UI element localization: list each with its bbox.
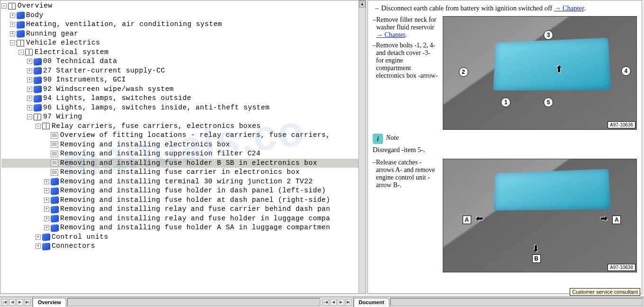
tree-item-label: Removing and installing fuse holder B SB… bbox=[60, 159, 317, 168]
tree-item[interactable]: +Removing and installing fuse holder in … bbox=[1, 186, 365, 196]
expand-icon[interactable]: + bbox=[36, 244, 41, 249]
expand-icon[interactable]: + bbox=[44, 207, 49, 212]
expand-icon[interactable]: + bbox=[10, 13, 15, 18]
expand-icon[interactable]: + bbox=[10, 31, 15, 36]
tree-item[interactable]: +Removing and installing relay and fuse … bbox=[1, 214, 365, 224]
arrow-left-icon: ⬅ bbox=[476, 213, 483, 224]
tree-item-label: Overview of fitting locations - relay ca… bbox=[60, 131, 331, 140]
tree-item[interactable]: +94 Lights, lamps, switches outside bbox=[1, 94, 365, 103]
technical-figure: A A B ⬅ ➡ ⬇ A97-10638 bbox=[443, 159, 637, 272]
tree-item[interactable]: Removing and installing fuse carrier in … bbox=[1, 168, 365, 177]
first-tab-icon[interactable]: |◀ bbox=[322, 299, 329, 306]
callout-3: 3 bbox=[544, 30, 553, 40]
prev-tab-icon[interactable]: ◀ bbox=[330, 299, 337, 306]
figure-caption: Release catches -arrows A- and remove en… bbox=[376, 159, 439, 189]
last-tab-icon[interactable]: ▶| bbox=[24, 299, 31, 306]
tree-item[interactable]: +00 Technical data bbox=[1, 57, 365, 66]
next-tab-icon[interactable]: ▶ bbox=[338, 299, 344, 306]
tab-overview[interactable]: Overview bbox=[33, 298, 66, 307]
tree-item[interactable]: +27 Starter-current supply-CC bbox=[1, 66, 365, 76]
tree-item[interactable]: +Heating, ventilation, air conditioning … bbox=[1, 20, 365, 29]
expand-icon[interactable]: + bbox=[27, 59, 32, 64]
callout-b: B bbox=[532, 254, 541, 263]
tree-item[interactable]: +Running gear bbox=[1, 29, 365, 39]
tree-item[interactable]: +96 Lights, lamps, switches inside, anti… bbox=[1, 103, 365, 113]
expand-icon[interactable]: + bbox=[27, 105, 32, 110]
tree-item[interactable]: Removing and installing electronics box bbox=[1, 140, 365, 150]
expand-icon[interactable]: + bbox=[36, 235, 41, 240]
tree-item[interactable]: +Removing and installing terminal 30 wir… bbox=[1, 177, 365, 187]
tree-item[interactable]: −Overview bbox=[1, 1, 365, 11]
expand-icon[interactable]: + bbox=[44, 198, 49, 203]
expand-icon[interactable]: + bbox=[27, 77, 32, 82]
expand-icon[interactable]: + bbox=[44, 216, 49, 221]
tree-item[interactable]: +Control units bbox=[1, 233, 365, 242]
horizontal-scrollbar-left[interactable] bbox=[67, 298, 320, 306]
tree-item[interactable]: −Electrical system bbox=[1, 48, 365, 57]
tree-item[interactable]: −Vehicle electrics bbox=[1, 38, 365, 48]
tree-item[interactable]: +Removing and installing relay and fuse … bbox=[1, 205, 365, 214]
tree-item[interactable]: +Removing and installing fuse holder at … bbox=[1, 196, 365, 205]
book-icon bbox=[34, 86, 41, 93]
tree-item-label: Vehicle electrics bbox=[26, 38, 100, 47]
scroll-up-icon[interactable]: ▲ bbox=[359, 0, 366, 8]
expand-icon[interactable]: + bbox=[27, 96, 32, 101]
collapse-icon[interactable]: − bbox=[18, 50, 24, 55]
book-icon bbox=[17, 30, 24, 37]
tree-item-label: 90 Instruments, GCI bbox=[43, 75, 126, 84]
tree-item-label: Removing and installing relay and fuse h… bbox=[60, 214, 331, 223]
book-icon bbox=[17, 21, 24, 28]
expand-icon[interactable]: + bbox=[10, 22, 15, 27]
tree-item-label: Removing and installing fuse holder in d… bbox=[60, 186, 326, 195]
tree-item[interactable]: −97 Wiring bbox=[1, 112, 365, 122]
tree-item-label: 92 Windscreen wipe/wash system bbox=[43, 85, 174, 94]
tree-item[interactable]: +Connectors bbox=[1, 242, 365, 251]
chapter-link[interactable]: → Chapter bbox=[554, 4, 584, 12]
collapse-icon[interactable]: − bbox=[27, 114, 32, 119]
tree-item[interactable]: Removing and installing fuse holder B SB… bbox=[1, 159, 365, 168]
footer-tab-bar: |◀ ◀ ▶ ▶| Overview |◀ ◀ ▶ ▶| Document bbox=[0, 297, 644, 307]
expand-icon[interactable]: + bbox=[44, 188, 49, 193]
tree-item-label: Connectors bbox=[52, 242, 95, 251]
book-icon bbox=[42, 243, 50, 250]
book-icon bbox=[51, 224, 58, 231]
book-open-icon bbox=[8, 3, 16, 9]
document-pane: – Disconnect earth cable from battery wi… bbox=[367, 0, 642, 294]
book-icon bbox=[51, 187, 58, 194]
collapse-icon[interactable]: − bbox=[36, 124, 41, 129]
first-tab-icon[interactable]: |◀ bbox=[1, 299, 8, 306]
list-dash: – bbox=[373, 159, 376, 189]
tab-document[interactable]: Document bbox=[354, 298, 390, 307]
callout-4: 4 bbox=[621, 66, 631, 76]
vertical-scrollbar[interactable]: ▲ bbox=[358, 0, 366, 293]
tree-item[interactable]: Overview of fitting locations - relay ca… bbox=[1, 131, 365, 140]
note-label: Note bbox=[386, 134, 399, 142]
next-tab-icon[interactable]: ▶ bbox=[17, 299, 23, 306]
expand-icon[interactable]: + bbox=[27, 87, 32, 92]
collapse-icon[interactable]: − bbox=[1, 3, 7, 9]
last-tab-icon[interactable]: ▶| bbox=[345, 299, 352, 306]
tree-item[interactable]: Removing and installing suppression filt… bbox=[1, 149, 365, 159]
figure-caption: Remove filler neck for washer fluid rese… bbox=[376, 16, 439, 39]
tree-item[interactable]: +Body bbox=[1, 11, 365, 20]
callout-2: 2 bbox=[459, 67, 468, 77]
tree-item-label: Removing and installing terminal 30 wiri… bbox=[60, 177, 313, 186]
tree-item[interactable]: −Relay carriers, fuse carriers, electron… bbox=[1, 122, 365, 131]
prev-tab-icon[interactable]: ◀ bbox=[9, 299, 16, 306]
book-icon bbox=[34, 76, 41, 83]
tree-item[interactable]: +90 Instruments, GCI bbox=[1, 75, 365, 85]
callout-1: 1 bbox=[501, 98, 510, 107]
book-icon bbox=[42, 234, 50, 241]
tree-item[interactable]: +Removing and installing fuse holder A S… bbox=[1, 223, 365, 233]
note-icon: i bbox=[373, 134, 383, 144]
horizontal-scrollbar-right[interactable] bbox=[390, 298, 643, 306]
figure-label: A97-10636 bbox=[608, 121, 635, 128]
page-icon bbox=[51, 141, 58, 148]
expand-icon[interactable]: + bbox=[44, 179, 49, 184]
chapter-link[interactable]: → Chapter bbox=[376, 31, 405, 38]
tree-item-label: Removing and installing fuse carrier in … bbox=[60, 168, 300, 177]
collapse-icon[interactable]: − bbox=[10, 40, 15, 45]
expand-icon[interactable]: + bbox=[27, 68, 32, 73]
expand-icon[interactable]: + bbox=[44, 225, 49, 230]
tree-item[interactable]: +92 Windscreen wipe/wash system bbox=[1, 85, 365, 94]
